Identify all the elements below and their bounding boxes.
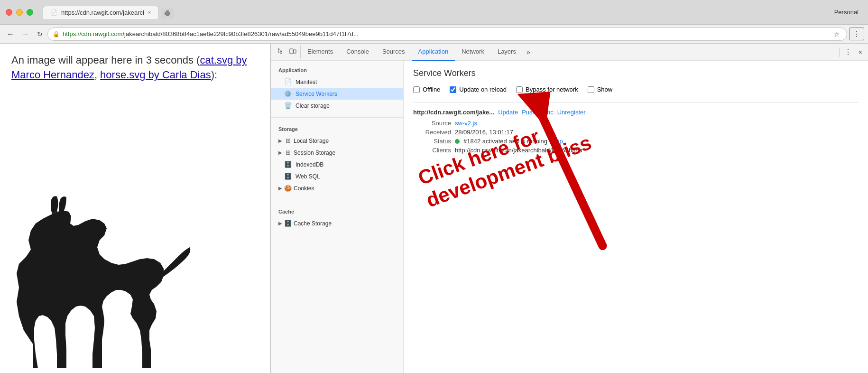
tab-title: https://cdn.rawgit.com/jakearcl [61, 9, 144, 16]
sidebar-item-cache-storage-label: Cache Storage [294, 220, 332, 227]
service-workers-controls: Offline Update on reload Bypass for netw… [413, 86, 859, 93]
tab-layers[interactable]: Layers [491, 44, 523, 61]
update-on-reload-checkbox-label[interactable]: Update on reload [450, 86, 507, 93]
tab-close-button[interactable]: × [148, 9, 151, 15]
device-toolbar-button[interactable] [287, 46, 298, 58]
sw-update-link[interactable]: Update [498, 109, 518, 116]
horse-svg [9, 193, 199, 373]
devtools-main-panel: Service Workers Offline Update on reload [404, 61, 868, 373]
horse-svg-link[interactable]: horse.svg by Carla Dias [100, 69, 211, 81]
sw-source-file-link[interactable]: sw-v2.js [455, 120, 477, 127]
device-icon [289, 47, 296, 55]
bypass-network-checkbox-label[interactable]: Bypass for network [516, 86, 578, 93]
cookies-icon: 🍪 [284, 185, 292, 192]
title-bar: 📄 https://cdn.rawgit.com/jakearcl × Pers… [0, 0, 868, 25]
sw-push-link[interactable]: Push [522, 109, 536, 116]
toolbar-separator [839, 47, 840, 57]
offline-checkbox[interactable] [413, 86, 420, 93]
sidebar-item-local-storage[interactable]: ▶ ⊞ Local Storage [271, 135, 403, 147]
tab-network-label: Network [462, 48, 484, 55]
sidebar-item-manifest-label: Manifest [295, 79, 317, 85]
back-button[interactable]: ← [4, 28, 17, 40]
clear-storage-icon: 🗑️ [284, 102, 292, 109]
forward-button[interactable]: → [19, 28, 32, 40]
browser-tab[interactable]: 📄 https://cdn.rawgit.com/jakearcl × [43, 6, 159, 19]
sw-entry-header: http://cdn.rawgit.com/jake... Update Pus… [413, 109, 859, 116]
devtools-close-button[interactable]: × [855, 47, 866, 58]
sidebar-item-session-storage[interactable]: ▶ ⊞ Session Storage [271, 147, 403, 159]
show-checkbox[interactable] [588, 86, 594, 93]
reload-button[interactable]: ↻ [34, 28, 46, 40]
new-tab-icon [164, 10, 171, 17]
sw-url: http://cdn.rawgit.com/jake... [413, 109, 494, 116]
webpage-content: An image will appear here in 3 seconds (… [0, 44, 270, 373]
sw-status-row: Status #1842 activated and is running st… [413, 138, 859, 145]
tab-elements-label: Elements [307, 48, 333, 55]
service-workers-title: Service Workers [413, 68, 859, 78]
sidebar-item-indexeddb[interactable]: 🗄️ IndexedDB [271, 159, 403, 170]
minimize-window-button[interactable] [16, 9, 23, 16]
address-url: https://cdn.rawgit.com/jakearchibald/803… [63, 30, 829, 37]
sidebar-divider-2 [271, 200, 403, 200]
tab-sources[interactable]: Sources [376, 44, 412, 61]
tab-console[interactable]: Console [340, 44, 376, 61]
more-tabs-button[interactable]: » [523, 47, 534, 58]
service-worker-entry: http://cdn.rawgit.com/jake... Update Pus… [413, 103, 859, 161]
tab-elements[interactable]: Elements [301, 44, 340, 61]
sidebar-item-cookies-label: Cookies [294, 185, 314, 192]
sidebar-item-clear-storage-label: Clear storage [295, 103, 330, 109]
sidebar-item-cache-storage[interactable]: ▶ 🗄️ Cache Storage [271, 217, 403, 229]
profile-button[interactable]: Personal [831, 7, 862, 18]
expand-arrow-icon: ▶ [278, 138, 282, 143]
sw-status-text: #1842 activated and is running [463, 138, 547, 145]
sw-status-label: Status [413, 138, 451, 145]
bypass-network-checkbox[interactable] [516, 86, 523, 93]
close-window-button[interactable] [6, 9, 12, 16]
traffic-lights [6, 9, 33, 16]
application-section-header: Application [271, 65, 403, 76]
expand-arrow-session-icon: ▶ [278, 150, 282, 155]
maximize-window-button[interactable] [27, 9, 33, 16]
devtools-sidebar: Application 📄 Manifest ⚙️ Service Worker… [271, 61, 404, 373]
new-tab-button[interactable] [161, 8, 174, 19]
address-bar[interactable]: 🔒 https://cdn.rawgit.com/jakearchibald/8… [47, 28, 847, 41]
sw-unregister-link[interactable]: Unregister [557, 109, 586, 116]
page-text-comma: , [94, 69, 100, 81]
sidebar-item-clear-storage[interactable]: 🗑️ Clear storage [271, 100, 403, 112]
browser-window: 📄 https://cdn.rawgit.com/jakearcl × Pers… [0, 0, 868, 373]
page-text-after: ): [211, 69, 217, 81]
sidebar-item-web-sql[interactable]: 🗄️ Web SQL [271, 170, 403, 182]
tab-application[interactable]: Application [412, 44, 455, 61]
svg-rect-2 [290, 49, 293, 54]
devtools-body: Application 📄 Manifest ⚙️ Service Worker… [271, 61, 868, 373]
offline-checkbox-label[interactable]: Offline [413, 86, 440, 93]
tab-application-label: Application [418, 48, 449, 55]
sw-stop-link[interactable]: stop [551, 138, 563, 145]
tab-bar: 📄 https://cdn.rawgit.com/jakearcl × [43, 6, 827, 19]
bypass-network-label: Bypass for network [526, 86, 578, 93]
sidebar-item-cookies[interactable]: ▶ 🍪 Cookies [271, 182, 403, 194]
sw-status-dot [455, 139, 460, 144]
devtools-menu-button[interactable]: ⋮ [841, 46, 855, 58]
devtools-icons [273, 46, 301, 58]
svg-rect-3 [294, 50, 296, 53]
sidebar-item-service-workers[interactable]: ⚙️ Service Workers [271, 88, 403, 100]
tab-layers-label: Layers [498, 48, 516, 55]
sw-clients-url: http://cdn.rawgit.com/jakearchibald/8036… [455, 147, 582, 154]
cache-section-header: Cache [271, 206, 403, 217]
chrome-menu-button[interactable]: ⋮ [849, 28, 864, 40]
sw-received-row: Received 28/09/2016, 13:01:17 [413, 129, 859, 136]
tab-console-label: Console [346, 48, 369, 55]
main-content: An image will appear here in 3 seconds (… [0, 44, 868, 373]
secure-icon: 🔒 [53, 31, 60, 37]
nav-bar: ← → ↻ 🔒 https://cdn.rawgit.com/jakearchi… [0, 25, 868, 44]
sw-sync-link[interactable]: Sync [540, 109, 554, 116]
inspect-element-button[interactable] [275, 46, 286, 58]
sidebar-item-manifest[interactable]: 📄 Manifest [271, 76, 403, 88]
update-on-reload-checkbox[interactable] [450, 86, 456, 93]
tab-network[interactable]: Network [455, 44, 491, 61]
bookmark-icon[interactable]: ☆ [832, 29, 842, 39]
tab-favicon-icon: 📄 [51, 9, 57, 16]
web-sql-icon: 🗄️ [284, 173, 292, 180]
show-checkbox-label[interactable]: Show [588, 86, 613, 93]
